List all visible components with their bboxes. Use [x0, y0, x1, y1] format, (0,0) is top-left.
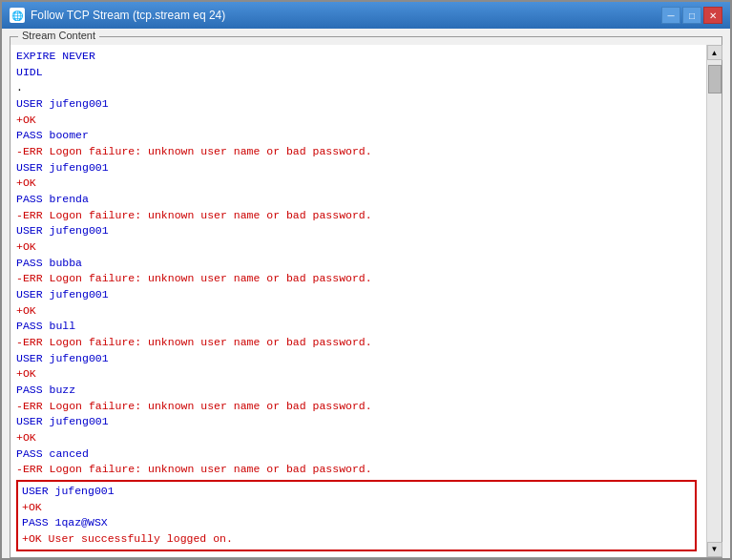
stream-group-label: Stream Content	[18, 30, 99, 41]
highlighted-stream-line: +OK User successfully logged on.	[22, 531, 691, 548]
stream-line: PASS brenda	[16, 192, 701, 208]
window-title: Follow TCP Stream (tcp.stream eq 24)	[31, 9, 225, 22]
scroll-thumb[interactable]	[708, 65, 722, 93]
stream-content-group: Stream Content EXPIRE NEVERUIDL.USER juf…	[10, 36, 722, 558]
stream-line: -ERR Logon failure: unknown user name or…	[16, 271, 701, 287]
stream-line: -ERR Logon failure: unknown user name or…	[16, 335, 701, 351]
title-bar: 🌐 Follow TCP Stream (tcp.stream eq 24) ─…	[2, 2, 730, 29]
stream-line: +OK	[16, 430, 701, 446]
stream-line: -ERR Logon failure: unknown user name or…	[16, 462, 701, 478]
stream-line: PASS bull	[16, 319, 701, 335]
stream-line: USER jufeng001	[16, 223, 701, 239]
stream-line: EXPIRE NEVER	[16, 49, 701, 65]
scroll-track	[707, 60, 722, 542]
stream-line: USER jufeng001	[16, 414, 701, 430]
window-close-button[interactable]: ✕	[703, 7, 722, 24]
window-body: Stream Content EXPIRE NEVERUIDL.USER juf…	[2, 29, 730, 560]
stream-line: +OK	[16, 303, 701, 320]
stream-line: +OK	[16, 239, 701, 256]
stream-line: PASS buzz	[16, 383, 701, 399]
stream-line: -ERR Logon failure: unknown user name or…	[16, 399, 701, 415]
title-controls: ─ □ ✕	[661, 7, 722, 24]
stream-text[interactable]: EXPIRE NEVERUIDL.USER jufeng001+OKPASS b…	[10, 45, 706, 557]
stream-line: +OK	[16, 176, 701, 192]
stream-line: -ERR Logon failure: unknown user name or…	[16, 208, 701, 224]
highlighted-stream-line: +OK	[22, 500, 691, 516]
stream-line: USER jufeng001	[16, 287, 701, 303]
stream-line: .	[16, 80, 701, 96]
scroll-up-arrow[interactable]: ▲	[707, 45, 722, 60]
stream-content-area: EXPIRE NEVERUIDL.USER jufeng001+OKPASS b…	[10, 45, 722, 557]
stream-line: PASS boomer	[16, 128, 701, 144]
stream-line: -ERR Logon failure: unknown user name or…	[16, 144, 701, 160]
main-window: 🌐 Follow TCP Stream (tcp.stream eq 24) ─…	[0, 0, 732, 560]
title-bar-left: 🌐 Follow TCP Stream (tcp.stream eq 24)	[10, 8, 225, 23]
highlighted-stream-line: PASS 1qaz@WSX	[22, 515, 691, 531]
stream-scrollbar[interactable]: ▲ ▼	[706, 45, 722, 557]
stream-line: USER jufeng001	[16, 160, 701, 176]
window-icon: 🌐	[10, 8, 25, 23]
maximize-button[interactable]: □	[682, 7, 701, 24]
stream-line: USER jufeng001	[16, 351, 701, 367]
stream-line: +OK	[16, 113, 701, 129]
stream-line: +OK	[16, 366, 701, 383]
stream-line: USER jufeng001	[16, 96, 701, 113]
minimize-button[interactable]: ─	[661, 7, 680, 24]
highlighted-section: USER jufeng001+OKPASS 1qaz@WSX+OK User s…	[16, 480, 697, 551]
highlighted-stream-line: USER jufeng001	[22, 484, 691, 500]
stream-line: PASS canced	[16, 446, 701, 463]
stream-line: PASS bubba	[16, 256, 701, 272]
stream-line: UIDL	[16, 65, 701, 81]
scroll-down-arrow[interactable]: ▼	[707, 542, 722, 557]
